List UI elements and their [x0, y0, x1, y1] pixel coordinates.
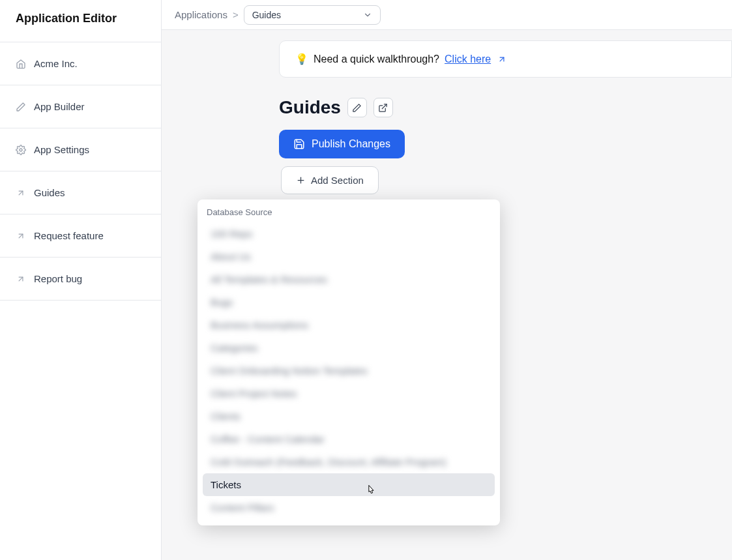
- dropdown-header: Database Source: [198, 199, 500, 221]
- sidebar-item-label: Acme Inc.: [34, 58, 78, 69]
- dropdown-item: Bugs: [203, 291, 495, 314]
- topbar: Applications > Guides: [162, 0, 732, 30]
- dropdown-item: Content Pillars: [203, 496, 495, 519]
- sidebar-title: Application Editor: [0, 0, 161, 42]
- chevron-down-icon: [363, 10, 372, 20]
- pencil-icon: [352, 103, 362, 113]
- sidebar-item-guides[interactable]: Guides: [0, 171, 161, 214]
- svg-line-2: [19, 234, 23, 238]
- dropdown-item: Client Project Notes: [203, 382, 495, 405]
- save-icon: [293, 138, 305, 150]
- breadcrumb-root[interactable]: Applications: [175, 9, 227, 20]
- dropdown-list[interactable]: 100 RepsAbout UsAll Templates & Resource…: [198, 221, 500, 525]
- open-external-button[interactable]: [373, 98, 393, 117]
- edit-title-button[interactable]: [347, 98, 367, 117]
- publish-changes-button[interactable]: Publish Changes: [279, 130, 405, 158]
- walkthrough-banner: 💡 Need a quick walkthrough? Click here: [279, 40, 732, 78]
- sidebar-item-report-bug[interactable]: Report bug: [0, 258, 161, 301]
- gear-icon: [16, 145, 26, 155]
- breadcrumb-separator: >: [233, 9, 239, 20]
- sidebar-item-label: Request feature: [34, 230, 104, 241]
- breadcrumb-select[interactable]: Guides: [244, 5, 381, 25]
- dropdown-item: Business Assumptions: [203, 314, 495, 336]
- external-link-icon: [378, 103, 388, 113]
- arrow-up-right-icon: [16, 188, 26, 198]
- dropdown-item: 100 Reps: [203, 222, 495, 245]
- page-header: Guides: [279, 97, 732, 118]
- sidebar-item-label: App Settings: [34, 144, 89, 155]
- dropdown-item: Client Onboarding Notion Templates: [203, 359, 495, 382]
- arrow-up-right-icon: [16, 274, 26, 284]
- arrow-up-right-icon: [16, 231, 26, 241]
- sidebar-item-app-settings[interactable]: App Settings: [0, 128, 161, 171]
- svg-line-5: [383, 104, 387, 108]
- breadcrumb-selected: Guides: [252, 10, 281, 20]
- sidebar: Application Editor Acme Inc. App Builder…: [0, 0, 162, 560]
- svg-line-1: [19, 191, 23, 195]
- sidebar-item-label: Guides: [34, 187, 65, 198]
- dropdown-item: Coffee - Content Calendar: [203, 428, 495, 450]
- dropdown-item[interactable]: Tickets: [203, 473, 495, 496]
- sidebar-item-label: App Builder: [34, 101, 85, 112]
- home-icon: [16, 59, 26, 69]
- dropdown-item: Clients: [203, 405, 495, 428]
- database-source-dropdown[interactable]: Database Source 100 RepsAbout UsAll Temp…: [198, 199, 500, 525]
- sidebar-item-company[interactable]: Acme Inc.: [0, 42, 161, 85]
- svg-line-4: [500, 57, 504, 61]
- external-link-icon: [497, 55, 506, 64]
- add-section-button[interactable]: Add Section: [281, 166, 379, 194]
- dropdown-item: All Templates & Resources: [203, 268, 495, 291]
- svg-line-3: [19, 277, 23, 281]
- lightbulb-emoji: 💡: [295, 53, 308, 65]
- dropdown-item: About Us: [203, 245, 495, 268]
- page-actions: Publish Changes Add Section: [279, 130, 732, 194]
- sidebar-item-label: Report bug: [34, 273, 82, 284]
- pencil-icon: [16, 102, 26, 112]
- plus-icon: [296, 175, 306, 185]
- banner-text: Need a quick walkthrough?: [314, 53, 439, 65]
- sidebar-item-app-builder[interactable]: App Builder: [0, 85, 161, 128]
- add-section-label: Add Section: [311, 175, 364, 186]
- publish-label: Publish Changes: [312, 138, 390, 150]
- svg-point-0: [20, 149, 22, 151]
- page-title: Guides: [279, 97, 341, 118]
- sidebar-item-request-feature[interactable]: Request feature: [0, 214, 161, 258]
- dropdown-item: Cold Outreach (Feedback, Discount, Affil…: [203, 450, 495, 473]
- dropdown-item: Categories: [203, 336, 495, 359]
- banner-link[interactable]: Click here: [445, 53, 491, 65]
